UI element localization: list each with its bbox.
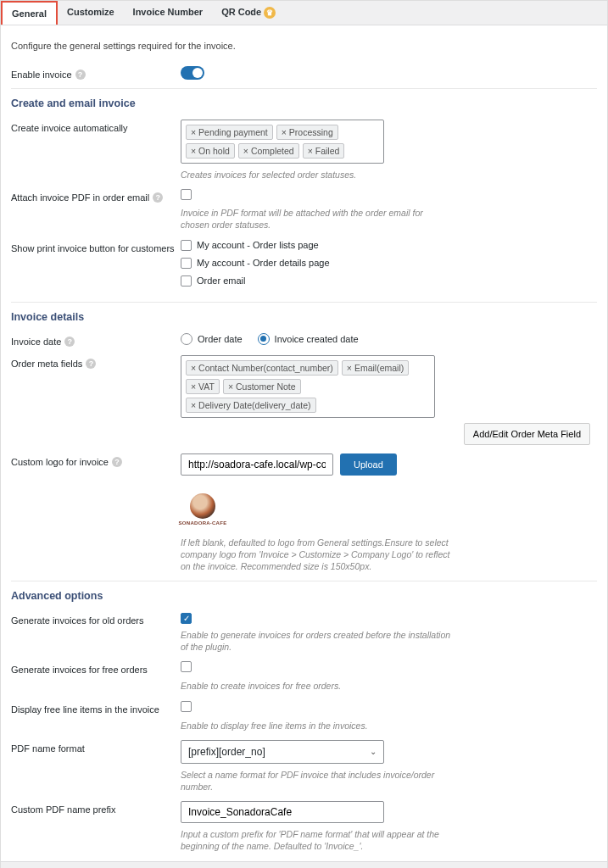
display-free-desc: Enable to display free line items in the… (181, 720, 452, 732)
help-icon[interactable]: ? (64, 337, 75, 347)
enable-invoice-toggle[interactable] (181, 66, 204, 80)
meta-tag[interactable]: × Customer Note (223, 379, 301, 394)
created-date-text: Invoice created date (275, 334, 359, 344)
print-orderemail-checkbox[interactable] (181, 275, 192, 287)
status-tag[interactable]: × Failed (303, 143, 345, 159)
add-edit-meta-button[interactable]: Add/Edit Order Meta Field (464, 423, 590, 445)
pdf-prefix-label: Custom PDF name prefix (11, 804, 115, 815)
order-meta-tagbox[interactable]: × Contact Number(contact_number) × Email… (181, 355, 435, 418)
gen-old-label: Generate invoices for old orders (11, 615, 144, 626)
display-free-checkbox[interactable] (181, 701, 192, 712)
meta-tag[interactable]: × Delivery Date(delivery_date) (186, 398, 316, 413)
status-tag[interactable]: × Processing (276, 125, 338, 140)
create-auto-tagbox[interactable]: × Pending payment × Processing × On hold… (181, 120, 384, 164)
enable-invoice-label: Enable invoice (11, 70, 72, 80)
create-auto-label: Create invoice automatically (11, 123, 128, 133)
tab-customize[interactable]: Customize (58, 1, 124, 25)
custom-logo-label: Custom logo for invoice (11, 457, 109, 467)
attach-pdf-desc: Invoice in PDF format will be attached w… (181, 207, 452, 231)
tab-invoice-number[interactable]: Invoice Number (124, 1, 213, 25)
meta-tag[interactable]: × Email(email) (342, 360, 409, 376)
gen-old-desc: Enable to generate invoices for orders c… (181, 629, 452, 653)
help-icon[interactable]: ? (153, 192, 163, 203)
print-orderlists-checkbox[interactable] (181, 240, 192, 251)
meta-tag[interactable]: × VAT (186, 379, 220, 394)
help-icon[interactable]: ? (112, 457, 122, 467)
print-orderdetails-text: My account - Order details page (197, 258, 330, 268)
pdf-prefix-desc: Input a custom prefix for 'PDF name form… (181, 828, 452, 852)
section-create-email: Create and email invoice (11, 97, 597, 109)
intro-text: Configure the general settings required … (11, 41, 597, 51)
pdf-name-desc: Select a name format for PDF invoice tha… (181, 769, 452, 793)
gen-free-desc: Enable to create invoices for free order… (181, 680, 452, 692)
invoice-date-label: Invoice date (11, 337, 61, 347)
order-date-text: Order date (198, 334, 243, 344)
section-invoice-details: Invoice details (11, 311, 597, 323)
meta-tag[interactable]: × Contact Number(contact_number) (186, 360, 338, 376)
upload-button[interactable]: Upload (340, 453, 397, 476)
status-tag[interactable]: × Pending payment (186, 125, 273, 140)
status-tag[interactable]: × Completed (238, 143, 299, 159)
gen-old-checkbox[interactable]: ✓ (181, 613, 192, 624)
display-free-label: Display free line items in the invoice (11, 704, 159, 715)
attach-pdf-checkbox[interactable] (181, 189, 192, 200)
chevron-down-icon: ⌄ (370, 747, 377, 756)
tab-general[interactable]: General (1, 1, 58, 25)
gen-free-checkbox[interactable] (181, 661, 192, 672)
logo-url-input[interactable] (181, 453, 333, 476)
show-print-label: Show print invoice button for customers (11, 243, 175, 253)
crown-icon: ♛ (264, 7, 276, 19)
invoice-date-order-radio[interactable] (181, 333, 192, 345)
help-icon[interactable]: ? (86, 359, 96, 369)
pdf-name-label: PDF name format (11, 743, 85, 754)
status-tag[interactable]: × On hold (186, 143, 235, 159)
pdf-name-select[interactable]: [prefix][order_no]⌄ (181, 740, 384, 764)
tabs: General Customize Invoice Number QR Code… (1, 1, 607, 25)
section-advanced: Advanced options (11, 590, 597, 602)
logo-preview: SONADORA·CAFE (181, 487, 225, 531)
invoice-date-created-radio[interactable] (258, 333, 270, 345)
print-orderemail-text: Order email (197, 275, 245, 286)
help-icon[interactable]: ? (75, 70, 86, 80)
pdf-prefix-input[interactable] (181, 801, 384, 823)
gen-free-label: Generate invoices for free orders (11, 665, 148, 675)
print-orderdetails-checkbox[interactable] (181, 258, 192, 269)
attach-pdf-label: Attach invoice PDF in order email (11, 192, 149, 203)
tab-qr-code[interactable]: QR Code♛ (212, 1, 285, 25)
print-orderlists-text: My account - Order lists page (197, 240, 319, 250)
order-meta-label: Order meta fields (11, 359, 82, 369)
custom-logo-desc: If left blank, defaulted to logo from Ge… (181, 537, 452, 573)
create-auto-desc: Creates invoices for selected order stat… (181, 169, 452, 181)
